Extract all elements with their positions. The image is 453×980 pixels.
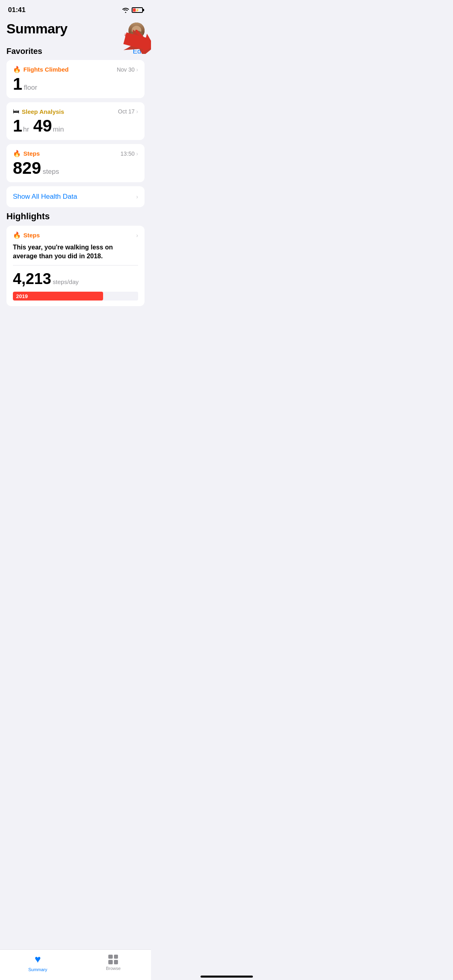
- sleep-analysis-chevron: ›: [136, 108, 138, 115]
- arrow-icon: [122, 30, 151, 54]
- highlights-icon: 🔥: [13, 231, 21, 239]
- flights-climbed-icon: 🔥: [13, 66, 21, 73]
- flights-climbed-title-row: 🔥 Flights Climbed: [13, 66, 69, 73]
- sleep-analysis-header: 🛏 Sleep Analysis Oct 17 ›: [13, 108, 138, 115]
- sleep-analysis-title-row: 🛏 Sleep Analysis: [13, 108, 64, 115]
- steps-icon: 🔥: [13, 150, 21, 157]
- sleep-hours-value: 1: [13, 117, 22, 134]
- show-all-card[interactable]: Show All Health Data ›: [6, 186, 145, 207]
- flights-climbed-value: 1: [13, 76, 22, 93]
- flights-climbed-date-text: Nov 30: [117, 66, 134, 73]
- wifi-icon: [122, 8, 129, 13]
- bar-2019-label: 2019: [16, 293, 28, 299]
- sleep-value-row: 1 hr 49 min: [13, 117, 138, 134]
- status-time: 01:41: [8, 6, 25, 14]
- flights-climbed-card[interactable]: 🔥 Flights Climbed Nov 30 › 1 floor: [6, 60, 145, 98]
- flights-climbed-date: Nov 30 ›: [117, 66, 138, 73]
- sleep-analysis-icon: 🛏: [13, 108, 19, 115]
- steps-title: Steps: [23, 150, 40, 157]
- sleep-hours-unit: hr: [23, 126, 29, 134]
- highlight-stat-row: 4,213 steps/day: [13, 270, 138, 288]
- status-icons: ⚡: [122, 7, 143, 13]
- header: Summary: [6, 18, 145, 40]
- highlights-title-row: 🔥 Steps: [13, 231, 40, 239]
- sleep-minutes-value: 49: [33, 117, 52, 134]
- steps-value: 829: [13, 160, 41, 177]
- highlights-card-title: Steps: [23, 232, 40, 239]
- steps-card[interactable]: 🔥 Steps 13:50 › 829 steps: [6, 144, 145, 182]
- show-all-text: Show All Health Data: [13, 193, 77, 201]
- main-content: Summary Favorites Edit: [0, 18, 151, 342]
- highlights-section: Highlights 🔥 Steps › This year, you're w…: [6, 211, 145, 306]
- steps-header: 🔥 Steps 13:50 ›: [13, 150, 138, 157]
- highlights-title: Highlights: [6, 211, 145, 222]
- status-bar: 01:41 ⚡: [0, 0, 151, 18]
- highlight-description: This year, you're walking less on averag…: [13, 243, 138, 260]
- year-bar-container: 2019: [13, 292, 138, 301]
- steps-date: 13:50 ›: [120, 150, 138, 157]
- page-title: Summary: [6, 21, 67, 37]
- flights-climbed-header: 🔥 Flights Climbed Nov 30 ›: [13, 66, 138, 73]
- steps-value-row: 829 steps: [13, 160, 138, 177]
- sleep-analysis-title: Sleep Analysis: [22, 108, 64, 115]
- bar-fill-2019: 2019: [13, 292, 103, 301]
- favorites-title: Favorites: [6, 47, 42, 56]
- sleep-analysis-date-text: Oct 17: [118, 108, 134, 115]
- highlights-card[interactable]: 🔥 Steps › This year, you're walking less…: [6, 226, 145, 306]
- sleep-analysis-card[interactable]: 🛏 Sleep Analysis Oct 17 › 1 hr 49 min: [6, 102, 145, 140]
- show-all-chevron: ›: [136, 194, 138, 200]
- highlight-unit: steps/day: [53, 278, 79, 285]
- steps-date-text: 13:50: [120, 150, 134, 157]
- flights-climbed-value-row: 1 floor: [13, 76, 138, 93]
- steps-unit: steps: [43, 168, 59, 176]
- highlight-divider: [13, 265, 138, 266]
- steps-title-row: 🔥 Steps: [13, 150, 40, 157]
- sleep-minutes-unit: min: [53, 126, 64, 134]
- highlight-value: 4,213: [13, 270, 51, 288]
- flights-climbed-chevron: ›: [136, 66, 138, 73]
- steps-chevron: ›: [136, 150, 138, 157]
- bar-2019: 2019: [13, 292, 138, 301]
- highlights-card-header: 🔥 Steps ›: [13, 231, 138, 239]
- highlights-chevron: ›: [136, 232, 138, 239]
- flights-climbed-unit: floor: [24, 84, 37, 92]
- battery-container: ⚡: [132, 7, 143, 13]
- flights-climbed-title: Flights Climbed: [23, 66, 69, 73]
- battery-bolt: ⚡: [135, 8, 139, 12]
- battery-icon: ⚡: [132, 7, 143, 13]
- sleep-analysis-date: Oct 17 ›: [118, 108, 138, 115]
